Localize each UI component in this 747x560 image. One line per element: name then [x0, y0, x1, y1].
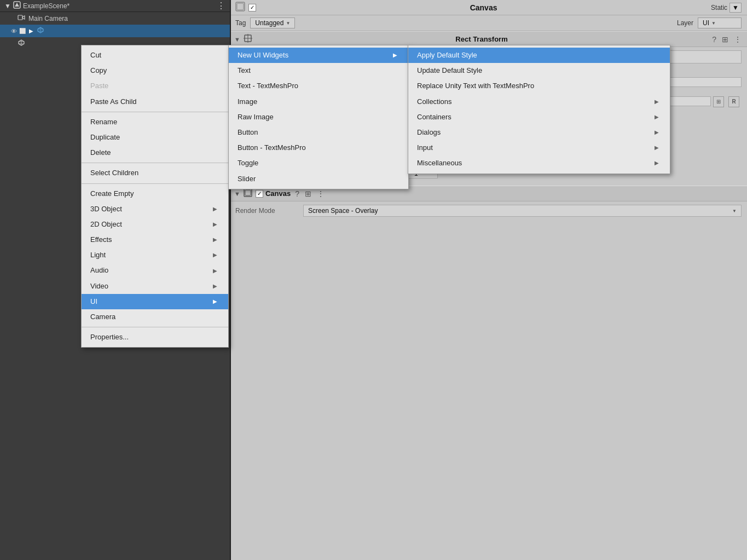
static-dropdown[interactable]: ▼: [729, 3, 742, 13]
canvas-more-icon[interactable]: ⋮: [316, 189, 326, 198]
menu-rename[interactable]: Rename: [82, 114, 228, 130]
menu-select-children[interactable]: Select Children: [82, 165, 228, 181]
video-label: Video: [90, 281, 108, 291]
scene-item-selected[interactable]: 👁 ⬜ ▶: [0, 25, 230, 37]
canvas-active-checkbox[interactable]: ✓: [248, 4, 256, 11]
button-label: Button: [238, 128, 258, 137]
context-menu-l1: Cut Copy Paste Paste As Child Rename Dup…: [81, 45, 229, 348]
context-menu-l3: Apply Default Style Update Default Style…: [408, 45, 670, 174]
menu-input[interactable]: Input ▶: [408, 140, 670, 155]
menu-video[interactable]: Video ▶: [82, 279, 228, 294]
canvas-settings-icon[interactable]: ⊞: [304, 189, 312, 198]
hierarchy-menu-icon[interactable]: ⋮: [217, 1, 225, 11]
paste-label: Paste: [90, 81, 108, 91]
containers-label: Containers: [417, 112, 451, 122]
submenu-arrow-effects: ▶: [213, 236, 217, 244]
section-icons: ? ⊞ ⋮: [711, 35, 743, 44]
tag-arrow: ▼: [286, 21, 290, 26]
submenu-arrow-dialogs: ▶: [655, 129, 659, 136]
menu-audio[interactable]: Audio ▶: [82, 263, 228, 278]
menu-raw-image[interactable]: Raw Image: [229, 109, 408, 125]
tag-dropdown[interactable]: Untagged ▼: [250, 18, 295, 28]
menu-miscellaneous[interactable]: Miscellaneous ▶: [408, 155, 670, 171]
menu-delete[interactable]: Delete: [82, 145, 228, 160]
menu-effects[interactable]: Effects ▶: [82, 232, 228, 247]
menu-button[interactable]: Button: [229, 125, 408, 140]
help-icon[interactable]: ?: [711, 35, 717, 44]
layer-dropdown[interactable]: UI ▼: [698, 18, 742, 28]
more-icon[interactable]: ⋮: [733, 35, 743, 44]
menu-duplicate[interactable]: Duplicate: [82, 130, 228, 145]
main-camera-label: Main Camera: [28, 15, 68, 22]
canvas-comp-checkbox[interactable]: ✓: [256, 190, 263, 198]
static-label: Static: [711, 4, 727, 11]
separator-1: [82, 112, 228, 112]
menu-replace-unity-text[interactable]: Replace Unity Text with TextMeshPro: [408, 78, 670, 94]
scene-item-main-camera[interactable]: Main Camera: [0, 12, 230, 25]
3d-object-label: 3D Object: [90, 204, 122, 214]
main-container: ▼ ExampleScene* ⋮ Main Camera: [0, 0, 747, 560]
separator-2: [82, 163, 228, 163]
scene-icon: [13, 1, 21, 10]
menu-2d-object[interactable]: 2D Object ▶: [82, 217, 228, 232]
duplicate-label: Duplicate: [90, 132, 120, 142]
submenu-arrow-2d: ▶: [213, 221, 217, 228]
slider-label: Slider: [238, 174, 256, 184]
section-collapse[interactable]: ▼: [234, 36, 240, 43]
menu-text-tmp[interactable]: Text - TextMeshPro: [229, 78, 408, 94]
submenu-arrow-collections: ▶: [655, 98, 659, 106]
input-label: Input: [417, 143, 433, 153]
camera-label: Camera: [90, 312, 115, 322]
menu-text[interactable]: Text: [229, 63, 408, 78]
update-default-style-label: Update Default Style: [417, 66, 482, 76]
dialogs-label: Dialogs: [417, 128, 441, 137]
menu-update-default-style[interactable]: Update Default Style: [408, 63, 670, 78]
menu-create-empty[interactable]: Create Empty: [82, 186, 228, 201]
2d-object-label: 2D Object: [90, 220, 122, 229]
scene-name: ExampleScene*: [23, 2, 70, 10]
replace-unity-text-label: Replace Unity Text with TextMeshPro: [417, 81, 534, 91]
render-mode-arrow: ▼: [732, 209, 737, 213]
expand-arrow[interactable]: ▶: [29, 28, 33, 34]
tag-label: Tag: [235, 19, 246, 27]
cut-label: Cut: [90, 50, 101, 60]
menu-ui[interactable]: UI ▶: [82, 294, 228, 309]
delete-label: Delete: [90, 148, 111, 158]
light-label: Light: [90, 250, 106, 260]
menu-3d-object[interactable]: 3D Object ▶: [82, 201, 228, 217]
canvas-collapse[interactable]: ▼: [234, 190, 240, 197]
menu-image[interactable]: Image: [229, 94, 408, 109]
menu-apply-default-style[interactable]: Apply Default Style: [408, 48, 670, 63]
constrain-btn[interactable]: ⊞: [713, 96, 724, 107]
menu-button-tmp[interactable]: Button - TextMeshPro: [229, 140, 408, 155]
menu-collections[interactable]: Collections ▶: [408, 94, 670, 109]
menu-copy[interactable]: Copy: [82, 63, 228, 78]
menu-camera[interactable]: Camera: [82, 309, 228, 325]
create-empty-label: Create Empty: [90, 189, 134, 199]
menu-containers[interactable]: Containers ▶: [408, 109, 670, 125]
menu-light[interactable]: Light ▶: [82, 247, 228, 263]
menu-properties[interactable]: Properties...: [82, 330, 228, 345]
inspector-top-bar: ✓ Canvas Static ▼: [230, 0, 747, 15]
menu-cut[interactable]: Cut: [82, 48, 228, 63]
text-label: Text: [238, 66, 251, 76]
menu-dialogs[interactable]: Dialogs ▶: [408, 125, 670, 140]
render-mode-dropdown[interactable]: Screen Space - Overlay ▼: [303, 205, 742, 217]
menu-new-ui-widgets[interactable]: New UI Widgets ▶: [229, 48, 408, 63]
static-value: ▼: [732, 4, 739, 11]
menu-toggle[interactable]: Toggle: [229, 155, 408, 171]
hierarchy-panel: ▼ ExampleScene* ⋮ Main Camera: [0, 0, 230, 560]
menu-paste-as-child[interactable]: Paste As Child: [82, 94, 228, 109]
r-btn[interactable]: R: [728, 96, 739, 107]
menu-slider[interactable]: Slider: [229, 171, 408, 187]
tag-layer-bar: Tag Untagged ▼ Layer UI ▼: [230, 15, 747, 31]
settings-icon[interactable]: ⊞: [721, 35, 729, 44]
audio-label: Audio: [90, 265, 108, 275]
collapse-arrow[interactable]: ▼: [4, 2, 11, 10]
cube-icon-3: [18, 39, 25, 48]
collections-label: Collections: [417, 97, 452, 107]
raw-image-label: Raw Image: [238, 112, 274, 122]
canvas-help-icon[interactable]: ?: [294, 189, 300, 198]
canvas-comp-icon: [244, 188, 252, 199]
apply-default-style-label: Apply Default Style: [417, 50, 477, 60]
